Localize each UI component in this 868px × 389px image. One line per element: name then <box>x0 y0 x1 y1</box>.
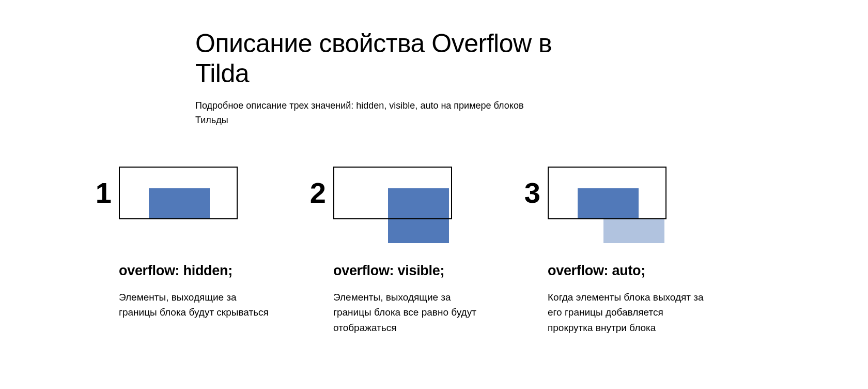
outer-box <box>548 167 667 219</box>
page-title: Описание свойства Overflow в Tilda <box>195 29 557 88</box>
header-block: Описание свойства Overflow в Tilda Подро… <box>195 29 557 128</box>
outer-box <box>119 167 238 219</box>
inner-rect-overflow-fade <box>603 219 664 243</box>
page-subtitle: Подробное описание трех значений: hidden… <box>195 99 557 128</box>
card-description: Когда элементы блока выходят за его гран… <box>548 290 705 335</box>
card-number: 1 <box>91 176 112 210</box>
illustration-hidden <box>119 166 238 243</box>
illustration-visible <box>333 166 452 243</box>
card-heading: overflow: visible; <box>333 263 444 279</box>
inner-rect <box>149 188 210 219</box>
inner-rect <box>578 188 639 219</box>
card-description: Элементы, выходящие за границы блока все… <box>333 290 491 335</box>
illustration-auto <box>548 166 667 243</box>
card-description: Элементы, выходящие за границы блока буд… <box>119 290 276 320</box>
card-number: 3 <box>520 176 540 210</box>
card-heading: overflow: auto; <box>548 263 645 279</box>
card-heading: overflow: hidden; <box>119 263 233 279</box>
outer-box <box>333 167 452 219</box>
card-number: 2 <box>305 176 326 210</box>
